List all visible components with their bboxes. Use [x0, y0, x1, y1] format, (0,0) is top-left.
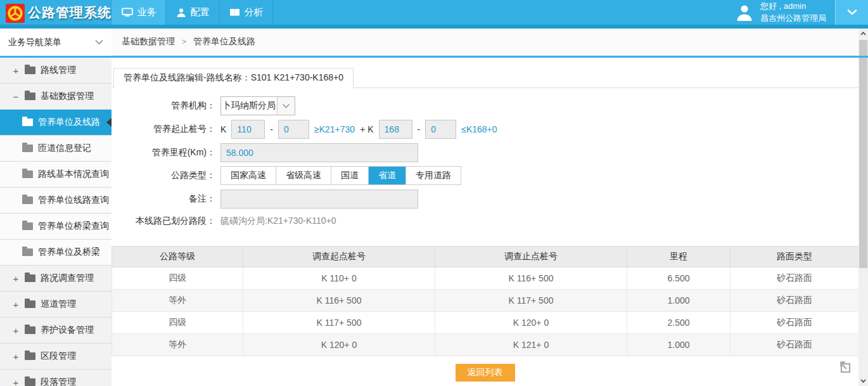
- vertical-scrollbar[interactable]: [858, 29, 868, 386]
- road-type-option[interactable]: 国道: [331, 167, 369, 184]
- folder-icon: [25, 300, 35, 308]
- topbar: 公路管理系统 业务配置分析 您好 , admin 昌吉州公路管理局: [0, 0, 868, 29]
- folder-icon: [22, 248, 33, 256]
- sidebar-item-label: 区段管理: [41, 351, 76, 362]
- folder-icon: [25, 352, 35, 360]
- nav-tab-label: 业务: [137, 6, 156, 18]
- road-type-option[interactable]: 国家高速: [221, 167, 276, 184]
- user-icon: [176, 8, 186, 18]
- folder-icon: [25, 67, 35, 74]
- sidebar-item[interactable]: 匝道信息登记: [0, 136, 112, 162]
- breadcrumb-item[interactable]: 管养单位及线路: [193, 36, 255, 48]
- form-row-road-type: 公路类型： 国家高速省级高速国道省道专用道路: [112, 166, 858, 185]
- popout-icon[interactable]: [837, 358, 853, 375]
- sidebar-item[interactable]: −基础数据管理: [0, 84, 112, 110]
- sidebar-item[interactable]: +路况调查管理: [0, 266, 112, 292]
- table-cell: 1.000: [627, 290, 731, 312]
- start-m-input[interactable]: [278, 120, 309, 139]
- table-row[interactable]: 等外K 116+ 500K 117+ 5001.000砂石路面: [112, 290, 859, 312]
- table-column-header: 路面类型: [731, 247, 859, 267]
- table-row[interactable]: 四级K 117+ 500K 120+ 02.500砂石路面: [112, 312, 859, 334]
- chevron-down-icon[interactable]: [95, 40, 103, 45]
- chevron-down-icon[interactable]: [277, 97, 295, 115]
- active-item-notch: [106, 118, 112, 127]
- editor-tab[interactable]: 管养单位及线路编辑-路线名称：S101 K21+730-K168+0: [113, 68, 354, 88]
- nav-tab-3[interactable]: 分析: [219, 0, 273, 25]
- table-cell: K 110+ 0: [243, 267, 435, 290]
- scroll-down-button[interactable]: [858, 376, 868, 386]
- sidebar-item-label: 段落管理: [41, 376, 76, 386]
- sidebar-item-label: 基础数据管理: [41, 91, 94, 102]
- nav-tab-1[interactable]: 业务: [112, 0, 165, 25]
- remark-input[interactable]: [220, 190, 418, 209]
- table-cell: 砂石路面: [731, 290, 859, 312]
- chevron-up-icon: [860, 32, 866, 35]
- remark-label: 备注：: [112, 193, 215, 205]
- table-cell: K 120+ 0: [243, 334, 435, 356]
- sidebar-item-label: 巡道管理: [41, 299, 76, 310]
- user-info: 您好 , admin 昌吉州公路管理局: [726, 0, 835, 25]
- table-column-header: 公路等级: [112, 247, 243, 267]
- start-km-input[interactable]: [231, 120, 265, 139]
- table-column-header: 调查起点桩号: [243, 247, 435, 267]
- breadcrumb: 基础数据管理>管养单位及线路: [112, 29, 858, 56]
- expand-toggle-icon: +: [12, 273, 20, 284]
- end-m-input[interactable]: [425, 120, 456, 139]
- breadcrumb-item[interactable]: 基础数据管理: [122, 36, 175, 48]
- sidebar-item[interactable]: +巡道管理: [0, 292, 112, 318]
- sidebar-item[interactable]: 管养单位桥梁查询: [0, 214, 112, 240]
- nav-tab-2[interactable]: 配置: [165, 0, 219, 25]
- table-cell: K 117+ 500: [243, 312, 435, 334]
- table-row[interactable]: 等外K 120+ 0K 121+ 01.000砂石路面: [112, 334, 859, 356]
- sidebar-item[interactable]: 管养单位及桥梁: [0, 240, 112, 266]
- expand-toggle-icon: +: [12, 325, 20, 336]
- sidebar-item[interactable]: +路线管理: [0, 58, 112, 84]
- monitor-icon: [122, 8, 133, 17]
- topbar-dropdown-button[interactable]: [835, 0, 868, 25]
- user-text: 您好 , admin 昌吉州公路管理局: [760, 1, 826, 23]
- table-cell: K 116+ 500: [243, 290, 435, 312]
- sidebar-item[interactable]: 路线基本情况查询: [0, 162, 112, 188]
- sidebar-header-label: 业务导航菜单: [8, 37, 61, 48]
- sidebar-item[interactable]: +段落管理: [0, 370, 112, 386]
- table-cell: 2.500: [627, 312, 731, 334]
- app-title: 公路管理系统: [28, 4, 112, 22]
- road-type-option[interactable]: 省级高速: [276, 167, 331, 184]
- mileage-input[interactable]: [220, 143, 418, 162]
- road-type-option[interactable]: 省道: [369, 167, 406, 184]
- org-label: 管养机构：: [112, 100, 215, 112]
- table-cell: 四级: [112, 267, 243, 290]
- sidebar-item[interactable]: 管养单位线路查询: [0, 188, 112, 214]
- form-row-divided: 本线路已划分路段： 硫磺沟分局:K21+730-K110+0: [112, 215, 858, 228]
- expand-toggle-icon: +: [12, 377, 20, 386]
- sidebar-menu: +路线管理−基础数据管理管养单位及线路匝道信息登记路线基本情况查询管养单位线路查…: [0, 58, 112, 386]
- sidebar-item[interactable]: +养护设备管理: [0, 318, 112, 344]
- end-range-hint: ≤K168+0: [461, 124, 497, 134]
- sidebar-item-label: 路线管理: [41, 65, 76, 76]
- dash-separator: -: [270, 124, 273, 134]
- sidebar-item-label: 路线基本情况查询: [38, 169, 109, 180]
- sidebar-item[interactable]: 管养单位及线路: [0, 110, 112, 136]
- table-cell: K 117+ 500: [435, 290, 627, 312]
- table-row[interactable]: 四级K 110+ 0K 116+ 5006.500砂石路面: [112, 267, 859, 290]
- sidebar-item-label: 管养单位桥梁查询: [38, 221, 109, 232]
- road-type-label: 公路类型：: [112, 170, 215, 181]
- highway-logo-icon: [6, 1, 25, 25]
- stake-label: 管养起止桩号：: [112, 124, 215, 135]
- editor-tab-title: 管养单位及线路编辑-路线名称：S101 K21+730-K168+0: [124, 72, 343, 84]
- table-cell: 6.500: [627, 267, 731, 290]
- road-type-option[interactable]: 专用道路: [406, 167, 461, 184]
- end-km-input[interactable]: [379, 120, 412, 139]
- survey-table: 公路等级调查起点桩号调查止点桩号里程路面类型 四级K 110+ 0K 116+ …: [112, 246, 859, 356]
- org-select[interactable]: 卜玛纳斯分局: [220, 96, 295, 115]
- back-to-list-button[interactable]: 返回列表: [456, 364, 515, 382]
- sidebar-item[interactable]: +区段管理: [0, 344, 112, 370]
- scroll-up-button[interactable]: [858, 29, 868, 39]
- sidebar-item-label: 养护设备管理: [41, 325, 94, 336]
- form-row-org: 管养机构： 卜玛纳斯分局: [112, 96, 858, 115]
- folder-icon: [22, 196, 33, 204]
- scrollbar-thumb[interactable]: [859, 40, 867, 268]
- table-column-header: 调查止点桩号: [435, 247, 627, 267]
- start-range-hint: ≥K21+730: [314, 124, 355, 134]
- sidebar-item-label: 匝道信息登记: [38, 143, 91, 154]
